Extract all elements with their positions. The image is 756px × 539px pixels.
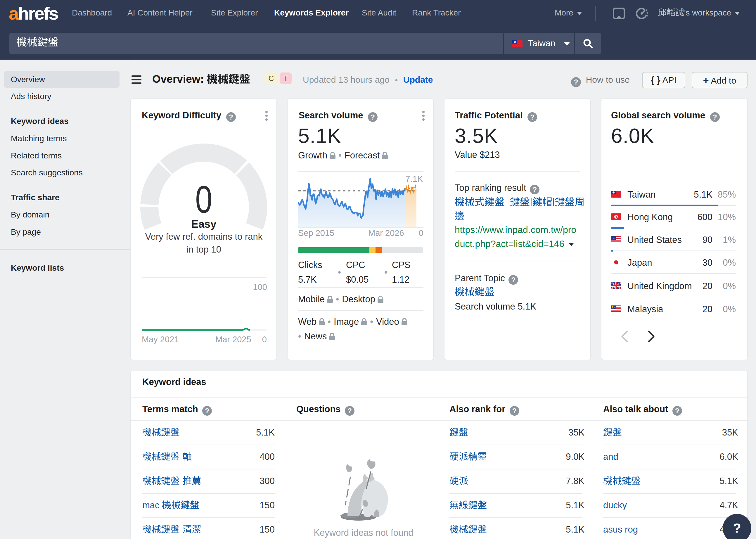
svg-text:7.1K: 7.1K xyxy=(405,174,423,184)
